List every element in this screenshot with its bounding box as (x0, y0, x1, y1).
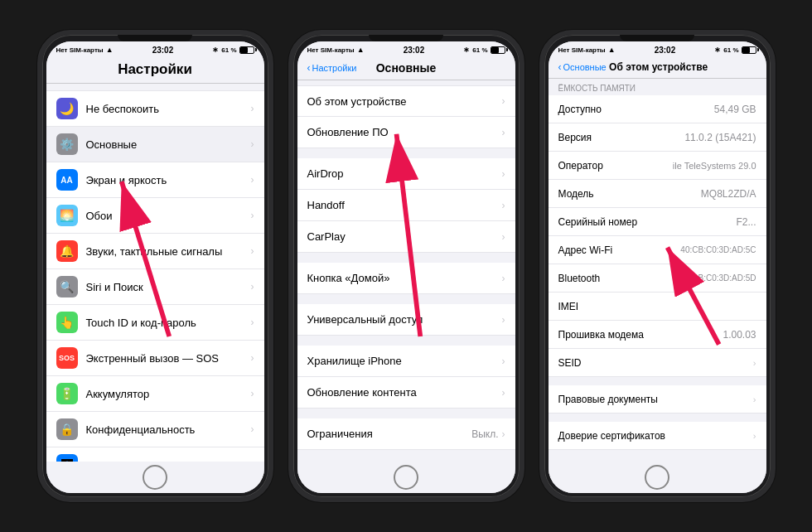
chevron-icon: › (251, 103, 254, 114)
settings-item-do-not-disturb[interactable]: 🌙 Не беспокоить › (46, 90, 264, 127)
separator-3 (297, 294, 515, 304)
status-right: ∗ 61 % (212, 46, 254, 54)
chevron-icon: › (251, 138, 254, 150)
phone-notch-3 (620, 35, 694, 41)
settings-item-siri[interactable]: 🔍 Siri и Поиск › (46, 269, 264, 305)
chevron-content: › (502, 387, 505, 399)
battery-icon-3 (742, 46, 756, 54)
info-operator: Оператор ile TeleSystems 29.0 (549, 152, 766, 180)
carplay-item[interactable]: CarPlay › (297, 221, 515, 253)
chevron-storage: › (502, 355, 505, 367)
itunes-icon: 🅰 (56, 454, 78, 462)
settings-item-privacy[interactable]: 🔒 Конфиденциальность › (46, 412, 264, 447)
airdrop-item[interactable]: AirDrop › (297, 158, 515, 190)
volume-up-btn (37, 101, 39, 124)
bluetooth-addr-value: 40:CB:C0:3D:AD:5D (680, 273, 756, 283)
settings-item-touchid[interactable]: 👆 Touch ID и код-пароль › (46, 305, 264, 341)
update-item[interactable]: Обновление ПО › (297, 117, 515, 148)
content-update-item[interactable]: Обновление контента › (297, 377, 515, 409)
phone-3-screen: Нет SIM-карты ▲ 23:02 ∗ 61 % ‹ Основные … (549, 41, 766, 493)
wifi-icon-3: ▲ (608, 46, 616, 54)
status-bar-1: Нет SIM-карты ▲ 23:02 ∗ 61 % (46, 41, 264, 58)
settings-item-battery[interactable]: 🔋 Аккумулятор › (46, 376, 264, 412)
settings-item-general[interactable]: ⚙️ Основные › (46, 127, 264, 162)
about-label: Об этом устройстве (307, 95, 502, 108)
operator-value: ile TeleSystems 29.0 (673, 161, 756, 171)
serial-value: F2... (736, 216, 756, 228)
page-title-1: Настройки (56, 61, 254, 78)
info-version: Версия 11.0.2 (15A421) (549, 123, 766, 152)
restrictions-label: Ограничения (307, 428, 472, 440)
screen-content-1: 🌙 Не беспокоить › ⚙️ Основные › AA Экран… (46, 84, 264, 462)
chevron-handoff: › (502, 200, 505, 211)
battery-icon (239, 46, 254, 54)
settings-item-sounds[interactable]: 🔔 Звуки, тактильные сигналы › (46, 234, 264, 269)
info-cert-trust[interactable]: Доверие сертификатов › (549, 422, 766, 450)
touchid-icon: 👆 (56, 312, 78, 333)
chevron-icon: › (251, 352, 254, 364)
home-btn-label: Кнопка «Домой» (307, 272, 502, 284)
nav-header-1: Настройки (46, 58, 264, 84)
seid-label: SEID (558, 357, 750, 369)
siri-icon: 🔍 (56, 276, 78, 297)
home-button-2[interactable] (394, 465, 418, 490)
battery-text-2: 61 % (472, 46, 487, 54)
status-right-2: ∗ 61 % (463, 46, 505, 54)
touchid-label: Touch ID и код-пароль (86, 317, 251, 329)
legal-label: Правовые документы (558, 394, 750, 405)
sos-icon: SOS (56, 347, 78, 369)
bluetooth-icon-2: ∗ (463, 46, 470, 54)
home-button-3[interactable] (645, 465, 669, 490)
version-label: Версия (558, 132, 685, 143)
screen-content-2: Об этом устройстве › Обновление ПО › Air… (297, 80, 515, 462)
info-legal[interactable]: Правовые документы › (549, 385, 766, 414)
home-button-1[interactable] (143, 465, 167, 490)
bluetooth-icon: ∗ (212, 46, 219, 54)
wifi-icon-2: ▲ (357, 46, 365, 54)
general-icon: ⚙️ (56, 133, 78, 155)
carrier-text-3: Нет SIM-карты (558, 46, 606, 54)
cert-trust-label: Доверие сертификатов (558, 430, 750, 442)
nav-row-2: ‹ Настройки Основные (307, 61, 505, 75)
chevron-icon: › (251, 388, 254, 399)
sounds-icon: 🔔 (56, 240, 78, 262)
phone-2: Нет SIM-карты ▲ 23:02 ∗ 61 % ‹ Настройки… (288, 30, 524, 502)
siri-label: Siri и Поиск (86, 281, 251, 293)
battery-settings-icon: 🔋 (56, 383, 78, 404)
about-item[interactable]: Об этом устройстве › (297, 85, 515, 117)
status-right-3: ∗ 61 % (714, 46, 756, 54)
chevron-icon: › (251, 317, 254, 328)
phone-3: Нет SIM-карты ▲ 23:02 ∗ 61 % ‹ Основные … (539, 30, 776, 502)
status-time: 23:02 (152, 46, 174, 55)
separator-info-2 (549, 414, 766, 422)
accessibility-item[interactable]: Универсальный доступ › (297, 304, 515, 336)
info-bluetooth-addr: Bluetooth 40:CB:C0:3D:AD:5D (549, 264, 766, 293)
nav-back-3[interactable]: ‹ Основные (558, 61, 607, 73)
settings-item-itunes[interactable]: 🅰 iTunes Store и App Store › (46, 447, 264, 462)
carplay-label: CarPlay (307, 230, 502, 243)
restrictions-item[interactable]: Ограничения Выкл. › (297, 418, 515, 450)
info-seid[interactable]: SEID › (549, 349, 766, 377)
wifi-addr-value: 40:CB:C0:3D:AD:5C (680, 245, 756, 254)
legal-chevron: › (753, 394, 756, 404)
settings-item-sos[interactable]: SOS Экстренный вызов — SOS › (46, 341, 264, 376)
home-btn-item[interactable]: Кнопка «Домой» › (297, 263, 515, 294)
screen-content-3: Ёмкость памяти Доступно 54,49 GB Версия … (549, 79, 766, 462)
carrier-text: Нет SIM-карты (56, 46, 104, 54)
separator-4 (297, 336, 515, 346)
settings-item-wallpaper[interactable]: 🌅 Обои › (46, 198, 264, 234)
handoff-item[interactable]: Handoff › (297, 190, 515, 221)
modem-label: Прошивка модема (558, 329, 723, 341)
volume-down-btn (37, 133, 39, 156)
storage-item[interactable]: Хранилище iPhone › (297, 346, 515, 377)
chevron-icon: › (251, 174, 254, 186)
wallpaper-icon: 🌅 (56, 205, 78, 226)
chevron-icon: › (251, 210, 254, 221)
chevron-update: › (502, 127, 505, 138)
modem-value: 1.00.03 (723, 329, 756, 341)
back-chevron-2: ‹ (307, 62, 311, 74)
battery-text-3: 61 % (723, 46, 738, 54)
nav-back-2[interactable]: ‹ Настройки (307, 62, 357, 74)
info-imei: IMEI (549, 293, 766, 321)
settings-item-display[interactable]: AA Экран и яркость › (46, 162, 264, 198)
